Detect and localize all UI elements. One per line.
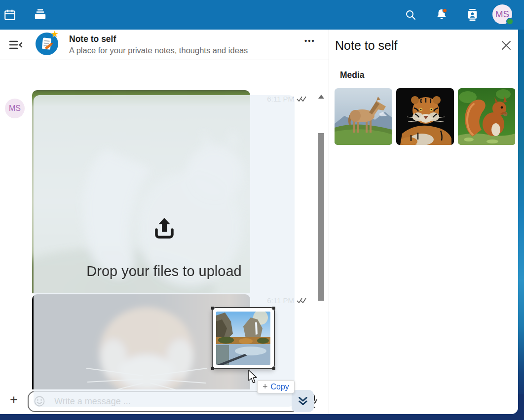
upload-icon: [150, 215, 178, 243]
read-receipt-icon: [297, 297, 308, 304]
drag-handle: [211, 307, 214, 310]
media-item-squirrel-photo[interactable]: [458, 88, 516, 145]
add-attachment-button[interactable]: +: [10, 392, 18, 408]
calendar-icon[interactable]: [3, 8, 16, 21]
app-screen: ★ Note to self A place for your private …: [0, 0, 524, 420]
drag-handle: [272, 307, 275, 310]
dragged-file-thumbnail[interactable]: [212, 307, 275, 369]
media-section-heading: Media: [340, 70, 365, 80]
scrollbar-thumb[interactable]: [318, 133, 324, 301]
notifications-bell-icon[interactable]: [435, 7, 449, 21]
contacts-icon[interactable]: [466, 8, 479, 21]
media-gallery: [335, 88, 516, 145]
plus-icon: +: [262, 382, 268, 392]
drag-copy-badge: + Copy: [257, 380, 295, 393]
desktop-edge-bottom: [0, 414, 524, 420]
drag-handle: [272, 367, 275, 370]
read-receipt-icon: [297, 95, 308, 102]
drop-zone-label: Drop your files to upload: [34, 263, 295, 280]
chat-title: Note to self: [69, 34, 116, 44]
mouse-cursor-icon: [248, 370, 258, 384]
double-chevron-down-icon: [298, 396, 308, 407]
chat-subtitle: A place for your private notes, thoughts…: [69, 46, 248, 55]
drag-handle: [211, 367, 214, 370]
search-icon[interactable]: [405, 9, 416, 21]
sender-avatar[interactable]: MS: [5, 99, 25, 118]
media-item-tiger-photo[interactable]: [396, 88, 454, 145]
notification-badge: [443, 8, 447, 12]
yosemite-valley-photo: [216, 312, 270, 365]
message-list: MS: [0, 60, 329, 389]
panel-title: Note to self: [335, 38, 397, 53]
scroll-to-latest-button[interactable]: [292, 390, 314, 412]
inbox-tray-icon[interactable]: [34, 8, 47, 21]
top-app-bar: MS: [0, 0, 524, 30]
more-options-icon[interactable]: •••: [299, 36, 321, 52]
media-item-horse-photo[interactable]: [335, 88, 392, 145]
hide-chat-list-icon[interactable]: [9, 40, 23, 50]
online-status-dot: [506, 18, 514, 25]
favorite-star-icon: ★: [51, 30, 59, 39]
desktop-edge-right: [518, 30, 524, 420]
scrollbar-up-arrow[interactable]: [318, 95, 324, 99]
copy-action-label: Copy: [271, 383, 289, 391]
conversation-details-panel: Note to self Media: [329, 30, 518, 414]
app-window: ★ Note to self A place for your private …: [0, 30, 518, 414]
close-icon[interactable]: [500, 39, 512, 51]
chat-header: ★ Note to self A place for your private …: [0, 30, 329, 60]
